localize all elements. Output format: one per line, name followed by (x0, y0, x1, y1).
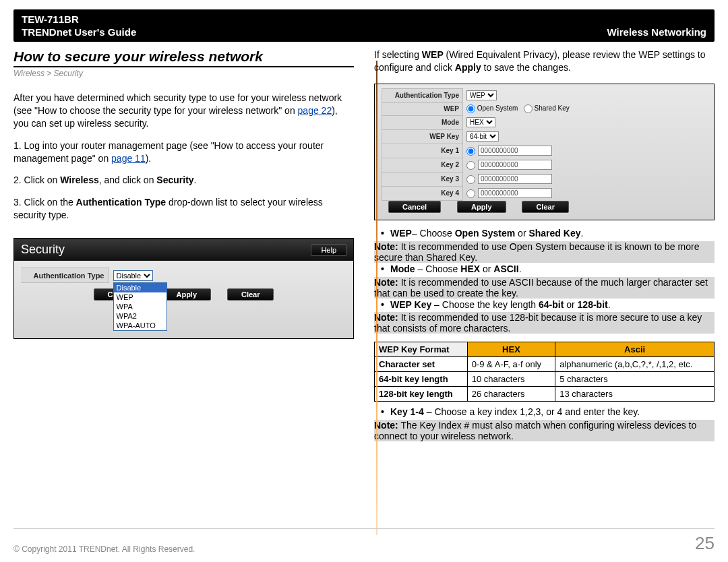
step-2: 2. Click on Wireless, and click on Secur… (13, 174, 354, 187)
option-wpa-auto[interactable]: WPA-AUTO (114, 321, 166, 330)
option-wpa2[interactable]: WPA2 (114, 311, 166, 321)
model-number: TEW-711BR (22, 13, 706, 25)
help-button[interactable]: Help (311, 244, 346, 256)
option-wpa[interactable]: WPA (114, 302, 166, 311)
panel-title: Security (21, 243, 65, 257)
clear-button[interactable]: Clear (227, 288, 274, 301)
auth-type-label: Authentication Type (382, 88, 463, 102)
th-ascii: Ascii (555, 342, 715, 357)
th-format: WEP Key Format (375, 342, 468, 357)
wep-open-system-radio[interactable]: Open System (466, 104, 518, 112)
mode-select[interactable]: HEX (466, 117, 495, 127)
auth-type-dropdown-list[interactable]: Disable WEP WPA WPA2 WPA-AUTO (113, 282, 167, 331)
auth-type-label: Authentication Type (21, 268, 109, 283)
key4-input[interactable] (478, 188, 552, 198)
option-wep[interactable]: WEP (114, 292, 166, 302)
key4-label: Key 4 (382, 186, 463, 200)
wep-intro: If selecting WEP (Wired Equivalent Priva… (374, 49, 715, 74)
option-disable[interactable]: Disable (114, 283, 166, 292)
clear-button[interactable]: Clear (522, 201, 569, 213)
link-page-11[interactable]: page 11 (111, 153, 146, 164)
screenshot-security-panel: Security Help Authentication Type Disabl… (13, 238, 354, 339)
step-3: 3. Click on the Authentication Type drop… (13, 196, 354, 222)
step-1: 1. Log into your router management page … (13, 139, 354, 165)
wep-key-select[interactable]: 64-bit (466, 131, 499, 142)
section-title: How to secure your wireless network (13, 49, 354, 67)
note-key14: Note: The Key Index # must also match wh… (374, 420, 715, 441)
key1-radio[interactable] (466, 147, 475, 156)
bullet-mode: Mode – Choose HEX or ASCII. (390, 263, 715, 276)
auth-type-select[interactable]: Disable (113, 270, 153, 281)
copyright: © Copyright 2011 TRENDnet. All Rights Re… (13, 544, 195, 554)
key1-input[interactable] (478, 146, 552, 156)
header-bar: TEW-711BR TRENDnet User's Guide Wireless… (13, 9, 715, 42)
key1-label: Key 1 (382, 144, 463, 158)
link-page-22[interactable]: page 22 (298, 105, 332, 116)
mode-label: Mode (382, 115, 463, 129)
key3-label: Key 3 (382, 172, 463, 186)
bullet-wep: WEP– Choose Open System or Shared Key. (390, 227, 715, 240)
key3-input[interactable] (478, 174, 552, 184)
cancel-button[interactable]: Cancel (388, 201, 441, 213)
th-hex: HEX (467, 342, 555, 357)
auth-type-select[interactable]: WEP (466, 90, 497, 100)
intro-paragraph: After you have determined which security… (13, 92, 354, 130)
key2-radio[interactable] (466, 161, 475, 170)
guide-title: TRENDnet User's Guide (22, 26, 136, 38)
key4-radio[interactable] (466, 189, 475, 198)
key2-input[interactable] (478, 160, 552, 170)
table-row: 64-bit key length 10 characters 5 charac… (375, 372, 715, 387)
wep-key-format-table: WEP Key Format HEX Ascii Character set 0… (374, 342, 715, 402)
bullet-key14: Key 1-4 – Choose a key index 1,2,3, or 4… (390, 406, 715, 418)
apply-button[interactable]: Apply (162, 288, 211, 301)
note-wepkey: Note: It is recommended to use 128-bit b… (374, 312, 715, 334)
wep-shared-key-radio[interactable]: Shared Key (524, 104, 570, 112)
note-wep: Note: It is recommended to use Open Syst… (374, 241, 715, 263)
section-name: Wireless Networking (607, 26, 706, 38)
wep-key-label: WEP Key (382, 129, 463, 144)
screenshot-wep-settings: Authentication Type WEP WEP Open System … (374, 84, 715, 220)
right-column: If selecting WEP (Wired Equivalent Priva… (374, 49, 715, 441)
left-column: How to secure your wireless network Wire… (13, 49, 354, 441)
table-row: Character set 0-9 & A-F, a-f only alphan… (375, 357, 715, 372)
column-separator (376, 61, 377, 535)
apply-button[interactable]: Apply (457, 201, 506, 213)
note-mode: Note: It is recommended to use ASCII bec… (374, 277, 715, 299)
footer: © Copyright 2011 TRENDnet. All Rights Re… (13, 528, 715, 554)
table-row: 128-bit key length 26 characters 13 char… (375, 387, 715, 402)
breadcrumb: Wireless > Security (13, 69, 354, 78)
key3-radio[interactable] (466, 175, 475, 184)
wep-label: WEP (382, 102, 463, 115)
page-number: 25 (695, 533, 715, 554)
bullet-wepkey: WEP Key – Choose the key length 64-bit o… (390, 299, 715, 311)
key2-label: Key 2 (382, 158, 463, 172)
